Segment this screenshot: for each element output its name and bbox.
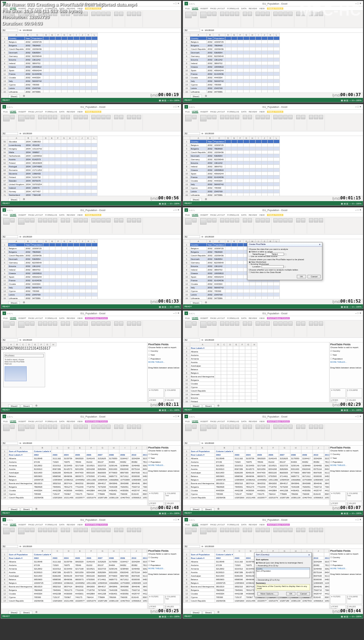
field-year[interactable]: Year (330, 456, 362, 460)
formula-bar[interactable]: B2fx10135320 (183, 338, 363, 342)
sheet-tab[interactable]: Sheet1 (8, 95, 20, 98)
ribbon-tab-home[interactable]: HOME (10, 214, 16, 216)
add-sheet-button[interactable]: ⊕ (203, 94, 209, 98)
area-columns[interactable]: ‖ COLUMNS (165, 388, 180, 398)
ribbon-tab-page layout[interactable]: PAGE LAYOUT (210, 420, 225, 423)
more-tables-link[interactable]: MORE TABLES... (330, 361, 362, 363)
ribbon-tab-file[interactable]: FILE (3, 214, 8, 216)
ribbon-tab-home[interactable]: HOME (10, 420, 16, 423)
field-population[interactable]: Population (330, 563, 362, 567)
window-controls[interactable]: – □ ✕ (355, 312, 362, 315)
ribbon-tabs[interactable]: FILEHOMEINSERTPAGE LAYOUTFORMULASDATAREV… (183, 110, 363, 114)
ribbon-tab-file[interactable]: FILE (185, 317, 190, 319)
field-population[interactable]: Population (148, 460, 180, 463)
window-controls[interactable]: – □ ✕ (355, 415, 362, 418)
ribbon-tab-view[interactable]: VIEW (259, 524, 264, 526)
add-sheet-button[interactable]: ⊕ (33, 404, 40, 408)
area-columns[interactable]: ‖ COLUMNSYear (347, 492, 362, 501)
ribbon-tab-formulas[interactable]: FORMULAS (227, 214, 239, 216)
formula-content[interactable]: 10135320 (23, 339, 32, 341)
video-thumbnail[interactable]: x⌂ ⎌ ↻EU_Population - Excel– □ ✕FILEHOME… (1, 104, 181, 206)
formula-content[interactable]: 10135320 (205, 339, 214, 341)
ribbon-tab-insert[interactable]: INSERT (18, 111, 26, 113)
window-controls[interactable]: – □ ✕ (173, 209, 180, 211)
add-sheet-button[interactable]: ⊕ (203, 197, 209, 201)
ribbon-tab-insert[interactable]: INSERT (200, 214, 208, 216)
area-columns[interactable]: ‖ COLUMNSYear (347, 595, 362, 604)
ribbon-tab-view[interactable]: VIEW (259, 111, 264, 113)
formula-bar[interactable]: B2fx10135320 (183, 235, 363, 239)
field-country[interactable]: Country (148, 452, 180, 456)
video-thumbnail[interactable]: x⌂ ⎌ ↻EU_Population - Excel– □ ✕FILEHOME… (183, 104, 363, 206)
ribbon-tab-data[interactable]: DATA (241, 524, 246, 526)
area-filters[interactable]: ▼ FILTERS (148, 388, 164, 398)
create-pivottable-dialog[interactable]: Create PivotTable✕Choose the data that y… (247, 242, 322, 280)
more-tables-link[interactable]: MORE TABLES... (330, 464, 362, 466)
ribbon-tabs[interactable]: FILEHOMEINSERTPAGE LAYOUTFORMULASDATAREV… (183, 523, 363, 527)
ribbon-tab-page layout[interactable]: PAGE LAYOUT (28, 214, 43, 216)
ribbon-tabs[interactable]: FILEHOMEINSERTPAGE LAYOUTFORMULASDATAREV… (183, 213, 363, 217)
ribbon-tab-formulas[interactable]: FORMULAS (45, 111, 57, 113)
sheet-tab[interactable]: Sheet1 (8, 198, 20, 201)
area-filters[interactable]: ▼ FILTERS (330, 492, 346, 501)
window-controls[interactable]: – □ ✕ (355, 518, 362, 521)
ribbon-tab-file[interactable]: FILE (185, 524, 190, 526)
ribbon-tab-page layout[interactable]: PAGE LAYOUT (28, 317, 43, 319)
name-box[interactable]: B2 (2, 545, 18, 548)
worksheet-area[interactable]: ABCDEFGHIJKL1CountryYearPopulation2Belgi… (183, 136, 363, 202)
ribbon-tab-formulas[interactable]: FORMULAS (227, 111, 239, 113)
fx-icon[interactable]: fx (202, 29, 203, 31)
ribbon-tabs[interactable]: FILEHOMEINSERTPAGE LAYOUTFORMULASDATAREV… (1, 316, 181, 320)
ribbon-tabs[interactable]: FILEHOMEINSERTPAGE LAYOUTFORMULASDATAREV… (1, 419, 181, 424)
close-icon[interactable]: ✕ (308, 554, 310, 556)
ribbon-tab-view[interactable]: VIEW (259, 7, 264, 10)
name-box[interactable]: B2 (184, 339, 200, 341)
ribbon-tab-formulas[interactable]: FORMULAS (45, 214, 57, 216)
ribbon-tab-formulas[interactable]: FORMULAS (227, 524, 239, 526)
formula-content[interactable]: 10135320 (205, 236, 214, 238)
ribbon-tab-review[interactable]: REVIEW (249, 420, 257, 423)
ribbon[interactable] (1, 527, 181, 544)
formula-content[interactable]: 10135320 (205, 545, 214, 547)
formula-content[interactable]: 10135320 (23, 132, 32, 135)
field-country[interactable]: Country (330, 556, 362, 559)
ribbon-tabs[interactable]: FILEHOMEINSERTPAGE LAYOUTFORMULASDATAREV… (183, 419, 363, 424)
name-box[interactable]: B2 (2, 339, 18, 341)
ribbon-tab-formulas[interactable]: FORMULAS (227, 7, 239, 10)
sheet-tab[interactable]: Sheet2 (8, 404, 20, 408)
sheet-tab[interactable]: Sheet1 (203, 611, 214, 614)
sheet-tab[interactable]: Sheet1 (190, 301, 202, 304)
worksheet-area[interactable]: ABCDEFGHIJKL1CountryYearPopulation2Belgi… (1, 33, 181, 99)
video-thumbnail[interactable]: x⌂ ⎌ ↻EU_Population - Excel– □ ✕FILEHOME… (183, 414, 363, 515)
ribbon-tab-page layout[interactable]: PAGE LAYOUT (28, 420, 43, 423)
ribbon[interactable] (1, 424, 181, 441)
area-columns[interactable]: ‖ COLUMNSYear (165, 492, 180, 501)
sheet-tab[interactable]: Sheet1 (203, 404, 214, 408)
fx-icon[interactable]: fx (202, 339, 203, 341)
add-sheet-button[interactable]: ⊕ (33, 507, 40, 511)
ribbon[interactable] (183, 527, 363, 544)
name-box[interactable]: B2 (184, 29, 200, 32)
sheet-tab[interactable]: Sheet1 (21, 404, 32, 408)
cancel-button[interactable]: Cancel (297, 592, 310, 596)
ribbon-tab-home[interactable]: HOME (192, 214, 198, 216)
field-year[interactable]: Year (148, 353, 180, 356)
formula-bar[interactable]: B2fx10135320 (183, 441, 363, 446)
ribbon-tab-data[interactable]: DATA (59, 317, 64, 319)
field-population[interactable]: Population (148, 563, 180, 567)
ribbon-tab-page layout[interactable]: PAGE LAYOUT (210, 317, 225, 319)
ribbon-tab-data[interactable]: DATA (241, 317, 246, 319)
pivottable-field-pane[interactable]: PivotTable FieldsChoose fields to add to… (147, 549, 181, 615)
ribbon-tab-data[interactable]: DATA (241, 214, 246, 216)
add-sheet-button[interactable]: ⊕ (21, 300, 27, 304)
ribbon-tab-home[interactable]: HOME (192, 420, 198, 423)
formula-bar[interactable]: B2fx10135320 (1, 338, 181, 342)
ribbon-tab-home[interactable]: HOME (10, 110, 16, 113)
ribbon-tab-insert[interactable]: INSERT (18, 317, 26, 319)
sheet-tab[interactable]: Sheet2 (8, 508, 20, 511)
ribbon-tab-view[interactable]: VIEW (259, 317, 264, 319)
ribbon-tab-page layout[interactable]: PAGE LAYOUT (210, 524, 225, 526)
ribbon[interactable] (183, 217, 363, 235)
ribbon-tab-view[interactable]: VIEW (77, 317, 82, 319)
video-thumbnail[interactable]: x⌂ ⎌ ↻EU_Population - Excel– □ ✕FILEHOME… (1, 310, 181, 412)
